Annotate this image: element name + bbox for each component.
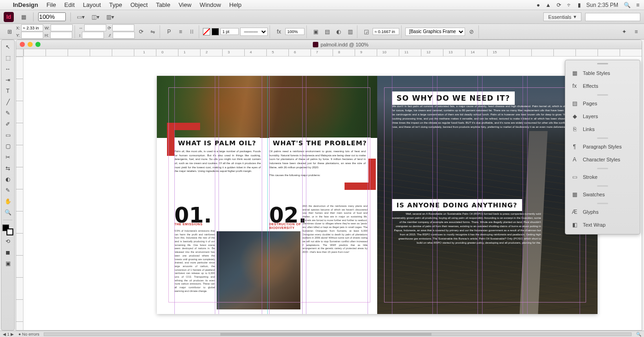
scissors-tool-icon[interactable]: ✂ [2,152,13,162]
macos-status-area: ● ▲ ⟳ ᯤ ▮ Sun 2:35 PM 🔍 ≡ [536,2,639,8]
spread[interactable]: WHAT IS PALM OIL? WHAT'S THE PROBLEM? Pa… [157,76,598,314]
menu-type[interactable]: Type [109,1,122,8]
corner-size-input[interactable] [373,28,399,35]
scale-y-input[interactable] [82,32,104,39]
panel-grip-icon[interactable] [565,63,640,67]
menu-extra-icon[interactable]: ≡ [636,2,639,8]
links-icon: ⎘ [571,126,578,132]
stroke-style-select[interactable]: ——— [240,28,268,36]
align-icon[interactable]: ≡ [175,27,185,36]
workspace-switcher[interactable]: Essentials▾ [543,12,581,21]
default-fillstroke-icon[interactable]: ⟲ [2,236,13,246]
horizontal-ruler[interactable]: 1 0 1 2 3 4 5 6 7 8 9 10 11 12 13 14 15 [23,49,642,57]
type-tool-icon[interactable]: T [2,86,13,96]
fx-icon[interactable]: fx [274,27,284,36]
zoom-tool-icon[interactable]: 🔍 [2,207,13,217]
distribute-icon[interactable]: ⁞⁞ [187,27,197,36]
reference-point-icon[interactable]: ⊞ [5,27,15,36]
menu-layout[interactable]: Layout [83,1,101,8]
zoom-window-icon[interactable] [35,42,40,47]
menu-file[interactable]: File [46,1,56,8]
menu-window[interactable]: Window [200,1,221,8]
spotlight-icon[interactable]: 🔍 [624,2,631,8]
textwrap-shape-icon[interactable]: ◐ [334,27,344,36]
menu-help[interactable]: Help [229,1,242,8]
arrange-icon[interactable]: ▥▾ [105,12,115,22]
pencil-tool-icon[interactable]: ✐ [2,119,13,129]
panel-layers[interactable]: ◆Layers [565,110,640,123]
bridge-icon[interactable]: ▦ [18,12,29,22]
menu-edit[interactable]: Edit [64,1,75,8]
minimize-window-icon[interactable] [28,42,33,47]
panel-stroke[interactable]: ▭Stroke [565,171,640,183]
panel-text-wrap[interactable]: ◧Text Wrap [565,218,640,231]
corner-options-icon[interactable]: ◲ [361,27,371,36]
textwrap-none-icon[interactable]: ▣ [310,27,321,36]
rectangle-frame-tool-icon[interactable]: ▭ [2,130,13,140]
ruler-origin[interactable] [16,49,23,57]
shear-input[interactable] [113,32,135,39]
line-tool-icon[interactable]: ╱ [2,97,13,107]
stroke-swatch[interactable] [212,28,219,35]
apply-color-icon[interactable]: ◼ [2,247,13,257]
screen-mode-icon[interactable]: ◫▾ [90,12,100,22]
control-flyout-icon[interactable]: ≡ [631,27,641,36]
app-menu[interactable]: InDesign [13,1,38,8]
x-input[interactable] [21,24,43,31]
object-style-clear-icon[interactable]: ⊘ [466,27,477,36]
page-tool-icon[interactable]: ↔ [2,64,13,74]
stroke-box-icon[interactable] [6,228,13,235]
panel-glyphs[interactable]: ÆGlyphs [565,206,640,218]
preflight-status[interactable]: ● No errors [18,332,39,337]
horizontal-scrollbar[interactable] [44,332,632,336]
panel-character-styles[interactable]: ACharacter Styles [565,153,640,166]
battery-icon: ▮ [578,2,581,8]
eyedropper-tool-icon[interactable]: ✎ [2,185,13,195]
pen-tool-icon[interactable]: ✎ [2,108,13,118]
object-style-select[interactable]: [Basic Graphics Frame] [405,28,465,36]
help-search-input[interactable] [585,13,640,21]
menu-view[interactable]: View [178,1,191,8]
left-page[interactable]: WHAT IS PALM OIL? WHAT'S THE PROBLEM? Pa… [157,76,377,314]
status-bar: ◀ 1 ▶ ● No errors 🔍 [0,331,644,337]
panel-dock[interactable]: ▦Table Styles fxEffects ▤Pages ◆Layers ⎘… [565,60,640,234]
zoom-to-fit-icon[interactable]: 🔍 [636,332,641,337]
char-panel-icon[interactable]: P [164,27,174,36]
fill-stroke-control[interactable] [2,224,13,235]
rectangle-tool-icon[interactable]: ▢ [2,141,13,151]
vertical-ruler[interactable] [16,57,23,330]
w-input[interactable] [51,24,73,31]
opacity-input[interactable] [285,28,305,35]
panel-paragraph-styles[interactable]: ¶Paragraph Styles [565,140,640,153]
rotate-cw-icon[interactable]: ⟳ [136,27,146,36]
panel-table-styles[interactable]: ▦Table Styles [565,67,640,80]
close-window-icon[interactable] [20,42,25,47]
textwrap-bound-icon[interactable]: ▤ [322,27,332,36]
scale-x-input[interactable] [84,24,106,31]
fill-swatch[interactable] [203,28,210,35]
zoom-level-input[interactable] [38,12,66,21]
selection-tool-icon[interactable]: ↖ [2,42,13,52]
direct-selection-tool-icon[interactable]: ⬚ [2,53,13,63]
panel-effects[interactable]: fxEffects [565,80,640,92]
panel-swatches[interactable]: ▦Swatches [565,188,640,201]
h-input[interactable] [50,32,72,39]
menu-table[interactable]: Table [156,1,170,8]
panel-links[interactable]: ⎘Links [565,123,640,136]
flip-h-icon[interactable]: ⇋ [148,27,158,36]
stroke-weight-input[interactable] [220,28,239,35]
page-nav[interactable]: ◀ 1 ▶ [3,332,14,337]
y-input[interactable] [21,32,43,39]
screen-mode-tool-icon[interactable]: ▣ [2,258,13,268]
textwrap-jump-icon[interactable]: ▥ [345,27,355,36]
hand-tool-icon[interactable]: ✋ [2,196,13,206]
gradient-tool-icon[interactable]: ◐ [2,174,13,184]
panel-pages[interactable]: ▤Pages [565,97,640,110]
pasteboard[interactable]: WHAT IS PALM OIL? WHAT'S THE PROBLEM? Pa… [23,57,642,330]
rotate-input[interactable] [112,24,134,31]
control-menu-icon[interactable]: ✦ [619,27,629,36]
gap-tool-icon[interactable]: ⇥ [2,75,13,85]
free-transform-tool-icon[interactable]: ⇆ [2,163,13,173]
view-options-icon[interactable]: ▭▾ [75,12,86,22]
menu-object[interactable]: Object [131,1,148,8]
